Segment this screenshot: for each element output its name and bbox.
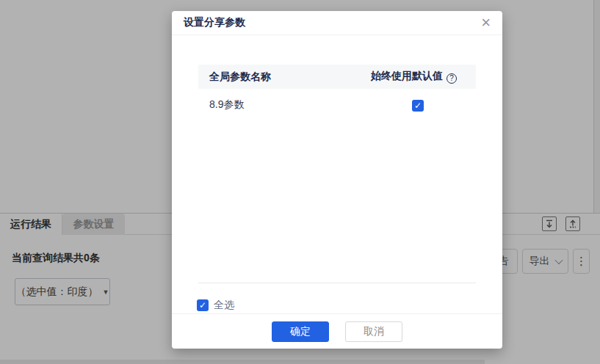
app-root: 运行结果 参数设置 [0, 0, 600, 364]
column-header-default: 始终使用默认值? [371, 70, 476, 84]
params-table-body: 8.9参数 ✓ [198, 89, 476, 283]
dialog-header: 设置分享参数 × [172, 11, 502, 35]
checkmark-icon: ✓ [414, 101, 422, 111]
params-table: 全局参数名称 始终使用默认值? 8.9参数 ✓ [198, 65, 476, 283]
select-all-row: ✓ 全选 [197, 299, 234, 312]
list-bottom-divider [198, 283, 476, 283]
param-default-checkbox[interactable]: ✓ [412, 100, 424, 112]
param-row: 8.9参数 ✓ [198, 89, 476, 121]
dialog-title: 设置分享参数 [184, 16, 245, 29]
close-icon[interactable]: × [481, 12, 491, 33]
params-table-header: 全局参数名称 始终使用默认值? [198, 65, 476, 89]
select-all-checkbox[interactable]: ✓ [197, 299, 209, 311]
help-icon[interactable]: ? [447, 73, 457, 84]
checkmark-icon: ✓ [199, 300, 206, 310]
dialog-footer: 确定 取消 [172, 313, 502, 349]
confirm-button[interactable]: 确定 [272, 321, 329, 342]
column-header-name: 全局参数名称 [198, 70, 371, 84]
param-name: 8.9参数 [209, 98, 244, 110]
select-all-label: 全选 [214, 299, 234, 312]
share-params-dialog: 设置分享参数 × 全局参数名称 始终使用默认值? 8.9参数 [172, 11, 502, 349]
cancel-button[interactable]: 取消 [345, 321, 402, 342]
